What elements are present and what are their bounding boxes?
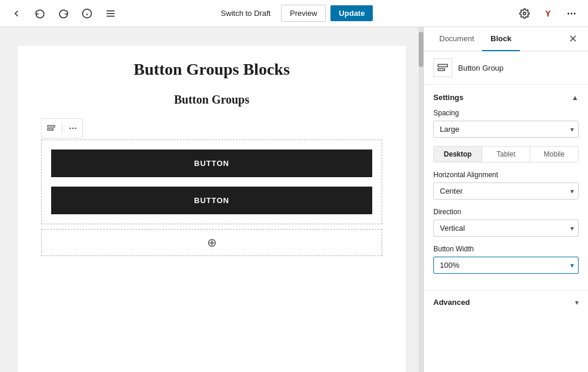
toolbar-separator bbox=[62, 122, 62, 134]
direction-label: Direction bbox=[433, 208, 579, 216]
svg-rect-15 bbox=[438, 64, 447, 67]
svg-point-13 bbox=[72, 128, 74, 129]
button-group-block: BUTTON BUTTON bbox=[41, 140, 382, 224]
svg-point-14 bbox=[75, 128, 76, 129]
switch-to-draft-button[interactable]: Switch to Draft bbox=[215, 5, 277, 21]
button-width-select[interactable]: Auto 50% 75% 100% bbox=[433, 257, 579, 274]
spacing-select-wrapper: Large Small Medium Extra Large ▾ bbox=[433, 121, 579, 138]
spacing-label: Spacing bbox=[433, 109, 579, 117]
advanced-section[interactable]: Advanced ▾ bbox=[424, 291, 588, 314]
undo-button[interactable] bbox=[31, 4, 49, 23]
editor-area: Button Groups Blocks Button Groups BUTTO… bbox=[0, 27, 423, 372]
settings-section: Settings ▲ Spacing Large Small Medium Ex… bbox=[424, 85, 588, 291]
info-button[interactable] bbox=[78, 4, 96, 23]
block-icon-label: Button Group bbox=[458, 64, 503, 72]
button-2[interactable]: BUTTON bbox=[51, 187, 372, 214]
block-align-button[interactable] bbox=[43, 120, 59, 137]
main-layout: Button Groups Blocks Button Groups BUTTO… bbox=[0, 27, 588, 372]
horiz-align-select[interactable]: Left Center Right bbox=[433, 182, 579, 200]
update-button[interactable]: Update bbox=[330, 5, 373, 21]
button-1[interactable]: BUTTON bbox=[51, 150, 372, 177]
back-button[interactable] bbox=[7, 4, 26, 23]
block-toolbar bbox=[41, 118, 83, 138]
page-title: Button Groups Blocks bbox=[41, 60, 382, 79]
sidebar: Document Block ✕ Button Group Settings ▲… bbox=[423, 27, 588, 372]
button-width-select-wrapper: Auto 50% 75% 100% ▾ bbox=[433, 257, 579, 274]
svg-rect-11 bbox=[48, 129, 53, 131]
tab-tablet[interactable]: Tablet bbox=[482, 147, 530, 162]
yoast-button[interactable]: Y bbox=[539, 4, 557, 23]
scroll-thumb[interactable] bbox=[419, 32, 423, 67]
list-view-button[interactable] bbox=[101, 4, 120, 23]
settings-button[interactable] bbox=[515, 4, 534, 23]
settings-section-header[interactable]: Settings ▲ bbox=[433, 93, 579, 102]
svg-point-7 bbox=[567, 12, 569, 14]
sidebar-tabs: Document Block ✕ bbox=[424, 27, 588, 51]
block-heading: Button Groups bbox=[41, 93, 382, 107]
svg-rect-10 bbox=[48, 125, 55, 127]
direction-select[interactable]: Horizontal Vertical bbox=[433, 220, 579, 237]
scrollbar[interactable] bbox=[419, 27, 423, 372]
plus-icon: ⊕ bbox=[207, 235, 217, 250]
advanced-section-title: Advanced bbox=[433, 298, 470, 307]
svg-point-12 bbox=[69, 128, 71, 129]
more-options-button[interactable] bbox=[562, 4, 581, 23]
horiz-align-label: Horizontal Alignment bbox=[433, 171, 579, 179]
preview-button[interactable]: Preview bbox=[281, 5, 326, 22]
top-bar-center: Switch to Draft Preview Update bbox=[215, 5, 373, 22]
svg-point-6 bbox=[523, 12, 526, 15]
settings-chevron-icon: ▲ bbox=[572, 94, 579, 102]
sidebar-tabs-group: Document Block bbox=[431, 27, 520, 51]
sidebar-block-label: Button Group bbox=[424, 51, 588, 85]
spacing-select[interactable]: Large Small Medium Extra Large bbox=[433, 121, 579, 138]
button-group-inner: BUTTON BUTTON bbox=[51, 150, 372, 214]
tab-mobile[interactable]: Mobile bbox=[530, 147, 578, 162]
top-bar: Switch to Draft Preview Update Y bbox=[0, 0, 588, 27]
advanced-chevron-icon: ▾ bbox=[575, 298, 579, 307]
svg-point-9 bbox=[574, 12, 576, 14]
svg-point-8 bbox=[571, 12, 573, 14]
add-block-row[interactable]: ⊕ bbox=[41, 229, 382, 256]
block-more-button[interactable] bbox=[65, 120, 81, 137]
tab-block[interactable]: Block bbox=[482, 27, 519, 51]
redo-button[interactable] bbox=[54, 4, 73, 23]
top-bar-right: Y bbox=[377, 4, 581, 23]
top-bar-left bbox=[7, 4, 211, 23]
button-width-label: Button Width bbox=[433, 245, 579, 253]
tab-desktop[interactable]: Desktop bbox=[434, 147, 482, 162]
horiz-align-select-wrapper: Left Center Right ▾ bbox=[433, 182, 579, 200]
yoast-icon: Y bbox=[545, 9, 550, 18]
responsive-tabs: Desktop Tablet Mobile bbox=[433, 146, 579, 162]
svg-rect-16 bbox=[438, 69, 445, 71]
sidebar-close-button[interactable]: ✕ bbox=[564, 31, 581, 47]
editor-content: Button Groups Blocks Button Groups BUTTO… bbox=[18, 46, 406, 372]
settings-section-title: Settings bbox=[433, 93, 463, 102]
tab-document[interactable]: Document bbox=[431, 27, 482, 51]
direction-select-wrapper: Horizontal Vertical ▾ bbox=[433, 220, 579, 237]
block-icon bbox=[433, 58, 452, 77]
